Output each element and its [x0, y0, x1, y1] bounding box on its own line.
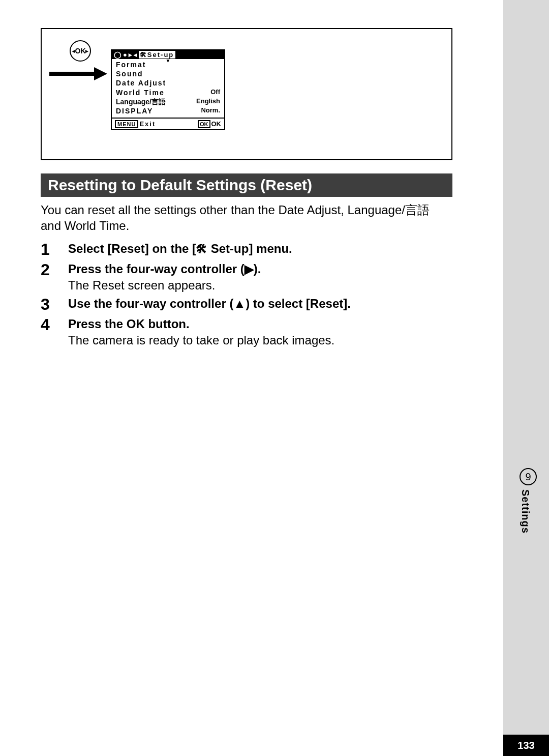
menu-item: Language/言語English	[116, 97, 220, 106]
step-number: 3	[41, 296, 68, 313]
lcd-title: Set-up	[147, 51, 174, 59]
menu-item: DISPLAYNorm.	[116, 106, 220, 115]
step-1: 1 Select [Reset] on the [🛠 Set-up] menu.	[41, 241, 452, 258]
lcd-body: ▼ Format Sound Date Adjust World TimeOff…	[112, 59, 224, 119]
record-icon: ●	[123, 51, 128, 59]
arrow-icon	[49, 69, 110, 79]
step-2: 2 Press the four-way controller (▶). The…	[41, 261, 452, 294]
ok-button-diagram: OK	[70, 40, 91, 62]
camera-lcd: ◯ ● ▸ ◂ 🛠Set-up ▼ Format Sound Date Adju…	[111, 49, 225, 130]
ok-label: OK	[75, 47, 86, 55]
chapter-number: 9	[520, 468, 537, 485]
page-number: 133	[503, 735, 549, 756]
chapter-tab: 9 Settings	[520, 468, 537, 534]
step-sub: The camera is ready to take or play back…	[68, 332, 334, 348]
play-icon: ▸	[129, 51, 133, 59]
chevron-down-icon: ▼	[166, 58, 171, 64]
camera-icon: ◯	[114, 51, 122, 59]
tools-icon: 🛠	[140, 51, 147, 59]
menu-item: Sound	[116, 69, 220, 78]
section-heading: Resetting to Default Settings (Reset)	[41, 173, 452, 197]
up-triangle-icon: ▲	[233, 297, 246, 310]
menu-exit: MENUExit	[115, 120, 156, 128]
menu-item: World TimeOff	[116, 88, 220, 97]
chapter-label: Settings	[520, 489, 531, 534]
ok-ok: OKOK	[198, 120, 221, 128]
side-band	[503, 0, 549, 756]
menu-item: Date Adjust	[116, 78, 220, 88]
steps-list: 1 Select [Reset] on the [🛠 Set-up] menu.…	[41, 241, 452, 348]
lcd-footer: MENUExit OKOK	[112, 119, 224, 129]
left-icon: ◂	[134, 51, 138, 59]
step-4: 4 Press the OK button. The camera is rea…	[41, 316, 452, 349]
step-number: 2	[41, 261, 68, 294]
step-number: 1	[41, 241, 68, 258]
page-content: OK ◯ ● ▸ ◂ 🛠Set-up ▼ Format Sound Date A…	[41, 28, 452, 351]
step-sub: The Reset screen appears.	[68, 277, 261, 294]
tools-icon: 🛠	[196, 243, 207, 255]
figure-box: OK ◯ ● ▸ ◂ 🛠Set-up ▼ Format Sound Date A…	[41, 28, 452, 160]
step-number: 4	[41, 316, 68, 349]
step-3: 3 Use the four-way controller (▲) to sel…	[41, 296, 452, 313]
intro-paragraph: You can reset all the settings other tha…	[41, 202, 452, 234]
right-triangle-icon: ▶	[245, 262, 254, 276]
